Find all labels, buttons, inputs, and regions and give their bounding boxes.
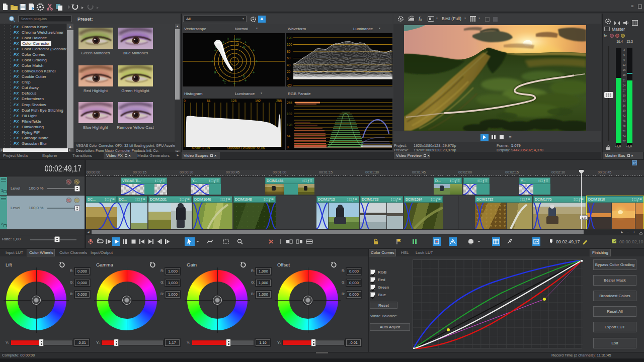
svg-text:255: 255	[287, 101, 292, 105]
svg-text:Mean: 83,39: Mean: 83,39	[192, 146, 210, 150]
svg-text:0: 0	[184, 99, 186, 103]
svg-text:255: 255	[276, 99, 282, 103]
svg-text:64: 64	[207, 99, 211, 103]
svg-text:75: 75	[236, 42, 239, 45]
svg-text:B: B	[243, 75, 245, 78]
svg-text:20: 20	[287, 70, 291, 73]
svg-text:100: 100	[287, 43, 292, 46]
svg-text:128: 128	[231, 99, 236, 103]
svg-text:64: 64	[287, 134, 291, 138]
svg-text:G: G	[214, 71, 216, 74]
svg-text:80: 80	[287, 50, 291, 53]
svg-text:128: 128	[287, 123, 292, 127]
svg-text:M: M	[243, 46, 246, 49]
svg-text:0: 0	[287, 145, 289, 149]
svg-text:0: 0	[287, 77, 289, 80]
svg-text:192: 192	[255, 99, 261, 103]
svg-text:Standard Deviation: 66,86: Standard Deviation: 66,86	[227, 146, 265, 150]
svg-text:C: C	[224, 81, 226, 84]
svg-text:120: 120	[287, 36, 292, 40]
svg-text:100: 100	[236, 37, 240, 40]
svg-text:-20: -20	[287, 83, 292, 86]
svg-text:R: R	[227, 37, 229, 40]
svg-text:40: 40	[287, 63, 291, 67]
svg-text:60: 60	[287, 56, 291, 60]
svg-text:192: 192	[287, 112, 292, 116]
